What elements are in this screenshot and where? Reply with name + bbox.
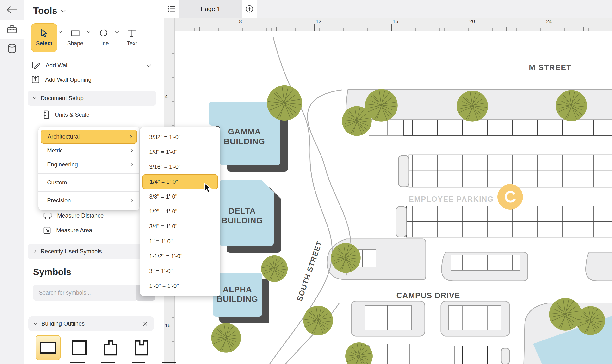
menu-divider (39, 173, 139, 174)
scale-option[interactable]: 3/4" = 1'-0" (143, 219, 218, 234)
shape-tool-label: Shape (67, 40, 83, 47)
menu-item-architectural[interactable]: Architectural (41, 130, 137, 143)
ruler-number: 4 (165, 94, 168, 99)
page-tab-label: Page 1 (201, 5, 220, 13)
select-dropdown-chevron[interactable] (59, 30, 62, 33)
campus-drive-stalls[interactable] (346, 250, 520, 364)
parking-badge-letter: C (504, 188, 516, 206)
delta-building[interactable]: DELTA BUILDING (219, 180, 281, 253)
tools-title: Tools (33, 6, 57, 16)
alpha-building-label: ALPHA (223, 285, 252, 294)
site-plan-canvas[interactable]: GAMMA BUILDING DELTA BUILDING ALPHA BUIL… (175, 31, 612, 364)
symbol-square-tab[interactable] (98, 335, 123, 360)
ruler-number: 16 (393, 18, 398, 24)
add-page-button[interactable] (242, 0, 257, 18)
symbol-square-notch[interactable] (129, 335, 154, 360)
wide-rectangle-outline-icon (39, 340, 57, 355)
text-tool-button[interactable]: Text (121, 23, 142, 52)
menu-item-label: Precision (47, 197, 71, 204)
scale-option[interactable]: 3/32" = 1'-0" (143, 130, 218, 144)
shape-dropdown-chevron[interactable] (87, 30, 90, 33)
measure-area-row[interactable]: Measure Area (31, 224, 159, 236)
text-tool-label: Text (127, 40, 137, 47)
gamma-building-label: GAMMA (228, 127, 261, 136)
scale-option-label: 3" = 1'-0" (149, 268, 173, 274)
page-tab-bar: Page 1 (164, 0, 612, 18)
employee-parking-stalls[interactable] (369, 120, 612, 237)
menu-item-precision[interactable]: Precision (41, 194, 137, 208)
symbol-row2-peek[interactable] (132, 362, 145, 364)
scale-option-label: 3/16" = 1'-0" (149, 164, 180, 170)
page-list-button[interactable] (164, 0, 179, 18)
square-with-tab-icon (102, 339, 119, 356)
symbol-row2-peek[interactable] (101, 362, 115, 364)
shape-tool-button[interactable]: Shape (65, 23, 86, 52)
alpha-building[interactable]: ALPHA BUILDING (213, 273, 269, 323)
menu-item-engineering[interactable]: Engineering (41, 157, 137, 171)
architectural-scale-submenu: 3/32" = 1'-0" 1/8" = 1'-0" 3/16" = 1'-0"… (140, 127, 220, 296)
symbol-search-input[interactable] (33, 285, 135, 301)
select-tool-button[interactable]: Select (31, 23, 57, 52)
close-icon[interactable] (142, 321, 148, 326)
ruler-number: 20 (469, 18, 475, 24)
document-setup-header[interactable]: Document Setup (28, 91, 156, 106)
gamma-building-label: BUILDING (224, 137, 265, 146)
menu-item-metric[interactable]: Metric (41, 143, 137, 157)
campus-drive-label: CAMPUS DRIVE (396, 291, 460, 300)
symbols-title: Symbols (33, 267, 71, 277)
menu-item-label: Metric (47, 147, 63, 154)
scale-option[interactable]: 1/2" = 1'-0" (143, 204, 218, 219)
data-button[interactable] (0, 39, 24, 58)
add-wall-icon (31, 61, 40, 69)
parking-island[interactable] (585, 252, 612, 281)
horizontal-ruler[interactable]: 8 12 16 20 24 (164, 18, 612, 31)
menu-item-custom[interactable]: Custom... (41, 176, 137, 189)
line-tool-button[interactable]: Line (93, 23, 114, 52)
left-icon-rail (0, 0, 24, 364)
database-icon (8, 44, 16, 53)
menu-item-label: Custom... (47, 179, 72, 186)
symbol-grid (36, 335, 170, 360)
symbol-square[interactable] (67, 335, 92, 360)
scale-option[interactable]: 1" = 1'-0" (143, 234, 218, 249)
scale-option-label: 3/32" = 1'-0" (149, 134, 180, 141)
symbol-rect-wide[interactable] (36, 335, 61, 360)
scale-option-label: 1" = 1'-0" (149, 238, 173, 245)
add-wall-row[interactable]: Add Wall (31, 59, 159, 72)
tools-header[interactable]: Tools (33, 6, 65, 16)
building-outlines-chevron (34, 321, 37, 325)
menu-item-label: Engineering (47, 161, 78, 168)
mouse-cursor (204, 183, 213, 194)
measure-distance-icon (43, 212, 52, 219)
scale-option[interactable]: 3" = 1'-0" (143, 264, 218, 279)
recently-used-symbols-header[interactable]: Recently Used Symbols (28, 244, 156, 259)
document-setup-chevron (33, 96, 36, 99)
add-wall-chevron[interactable] (146, 63, 151, 67)
ruler-number: 24 (546, 18, 552, 24)
scale-option-label: 1-1/2" = 1'-0" (149, 253, 182, 260)
alpha-building-label: BUILDING (217, 294, 258, 303)
add-wall-opening-icon (31, 75, 40, 84)
line-dropdown-chevron[interactable] (115, 30, 119, 33)
back-button[interactable] (0, 0, 24, 20)
scale-option[interactable]: 1'-0" = 1'-0" (143, 279, 218, 293)
ruler-number: 8 (239, 18, 242, 24)
parking-badge-c[interactable]: C (497, 184, 523, 210)
scale-option[interactable]: 1/8" = 1'-0" (143, 144, 218, 159)
recently-used-chevron (33, 250, 36, 253)
building-outlines-header[interactable]: Building Outlines (28, 316, 154, 331)
ruler-corner (164, 18, 175, 31)
shapes-library-button[interactable] (0, 20, 24, 39)
symbol-row2-peek[interactable] (70, 362, 85, 364)
scale-option[interactable]: 3/16" = 1'-0" (143, 159, 218, 174)
chevron-down-icon (61, 8, 65, 12)
measure-distance-row[interactable]: Measure Distance (31, 209, 159, 222)
scale-option[interactable]: 1-1/2" = 1'-0" (143, 249, 218, 264)
page-tab[interactable]: Page 1 (179, 0, 242, 18)
tool-buttons-row: Select Shape Line Text (31, 22, 159, 53)
delta-building-label: DELTA (228, 206, 256, 215)
symbol-row2-peek[interactable] (162, 362, 176, 364)
units-scale-row[interactable]: Units & Scale (31, 108, 159, 121)
add-wall-opening-row[interactable]: Add Wall Opening (31, 74, 159, 86)
select-tool-label: Select (36, 40, 52, 47)
